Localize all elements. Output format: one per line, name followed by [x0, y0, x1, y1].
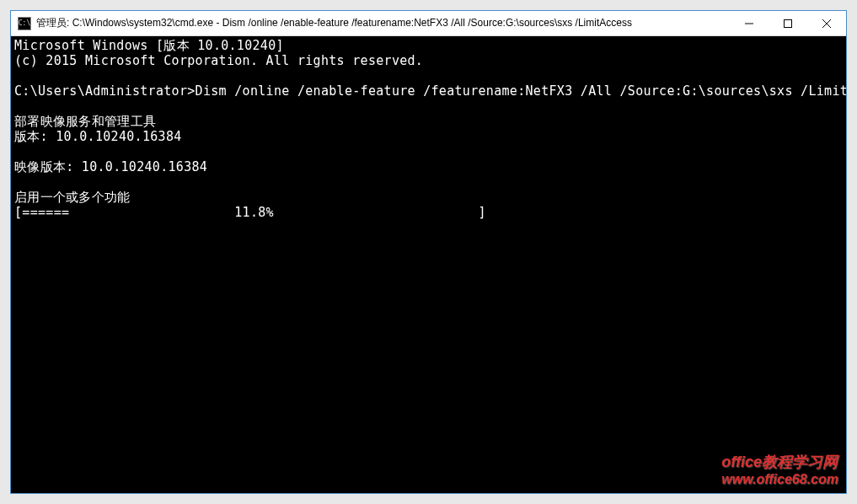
svg-rect-1: [785, 19, 792, 27]
terminal-line: 部署映像服务和管理工具: [14, 114, 156, 129]
cmd-window: C:\ 管理员: C:\Windows\system32\cmd.exe - D…: [10, 10, 847, 494]
terminal-progress: [====== 11.8% ]: [14, 205, 494, 220]
terminal-line: 版本: 10.0.10240.16384: [14, 129, 182, 144]
terminal-line: 映像版本: 10.0.10240.16384: [14, 159, 207, 174]
terminal-line: (c) 2015 Microsoft Corporation. All righ…: [14, 53, 423, 68]
terminal-output[interactable]: Microsoft Windows [版本 10.0.10240] (c) 20…: [11, 36, 846, 493]
minimize-icon: [745, 19, 753, 28]
titlebar[interactable]: C:\ 管理员: C:\Windows\system32\cmd.exe - D…: [11, 11, 846, 36]
terminal-line: Microsoft Windows [版本 10.0.10240]: [14, 38, 284, 53]
terminal-prompt-line: C:\Users\Administrator>Dism /online /ena…: [14, 83, 846, 99]
window-controls: [730, 11, 846, 35]
cmd-icon: C:\: [18, 17, 31, 30]
minimize-button[interactable]: [730, 11, 769, 35]
close-button[interactable]: [807, 11, 846, 35]
terminal-line: 启用一个或多个功能: [14, 190, 131, 205]
maximize-button[interactable]: [769, 11, 807, 35]
maximize-icon: [784, 19, 792, 28]
close-icon: [822, 19, 831, 28]
window-title: 管理员: C:\Windows\system32\cmd.exe - Dism …: [36, 16, 730, 30]
